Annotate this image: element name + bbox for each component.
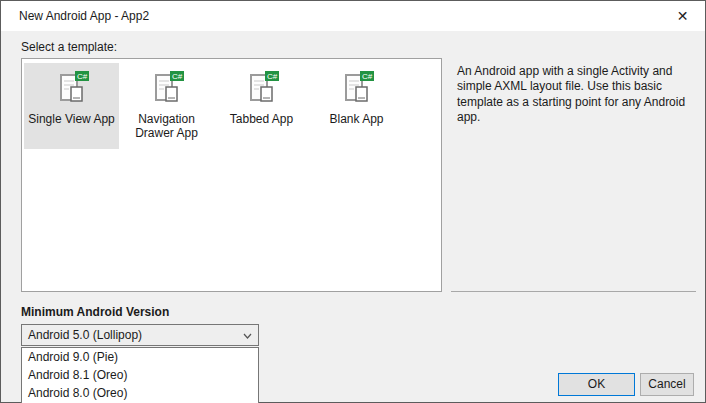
ok-button[interactable]: OK <box>558 373 635 396</box>
csharp-badge: C# <box>266 72 277 81</box>
divider <box>451 291 696 292</box>
csharp-app-icon: C# <box>53 71 91 105</box>
dropdown-option-android-9[interactable]: Android 9.0 (Pie) <box>22 348 258 366</box>
version-dropdown-list: Android 9.0 (Pie) Android 8.1 (Oreo) And… <box>21 347 259 403</box>
template-item-label: Blank App <box>312 112 401 126</box>
template-item-tabbed-app[interactable]: C# Tabbed App <box>214 63 309 149</box>
new-android-app-dialog: New Android App - App2 ✕ Select a templa… <box>0 0 706 403</box>
minimum-version-combobox[interactable]: Android 5.0 (Lollipop) <box>21 324 259 346</box>
template-items-row: C# Single View App C# <box>22 59 441 153</box>
template-item-label: Navigation Drawer App <box>122 112 211 140</box>
template-description: An Android app with a single Activity an… <box>457 64 695 125</box>
dropdown-option-android-8-0[interactable]: Android 8.0 (Oreo) <box>22 384 258 402</box>
csharp-app-icon: C# <box>243 71 281 105</box>
dropdown-option-android-8-1[interactable]: Android 8.1 (Oreo) <box>22 366 258 384</box>
select-template-label: Select a template: <box>21 40 117 54</box>
csharp-badge: C# <box>361 72 372 81</box>
csharp-app-icon: C# <box>338 71 376 105</box>
template-item-label: Tabbed App <box>217 112 306 126</box>
title-bar: New Android App - App2 ✕ <box>1 1 705 31</box>
chevron-down-icon <box>243 333 252 339</box>
template-item-blank-app[interactable]: C# Blank App <box>309 63 404 149</box>
csharp-badge: C# <box>171 72 182 81</box>
template-item-single-view-app[interactable]: C# Single View App <box>24 63 119 149</box>
minimum-android-version-label: Minimum Android Version <box>21 305 169 319</box>
close-icon[interactable]: ✕ <box>660 1 705 31</box>
template-item-navigation-drawer-app[interactable]: C# Navigation Drawer App <box>119 63 214 149</box>
template-item-label: Single View App <box>27 112 116 126</box>
template-list: C# Single View App C# <box>21 58 442 292</box>
csharp-app-icon: C# <box>148 71 186 105</box>
csharp-badge: C# <box>76 72 87 81</box>
cancel-button[interactable]: Cancel <box>640 373 694 396</box>
combobox-value: Android 5.0 (Lollipop) <box>28 328 142 342</box>
window-title: New Android App - App2 <box>19 9 149 23</box>
